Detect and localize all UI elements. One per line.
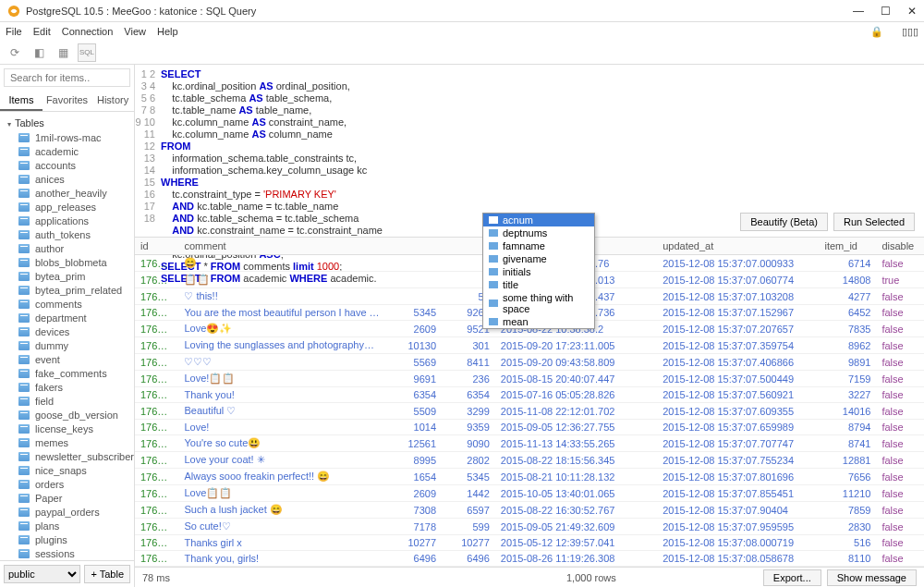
- tree-item-auth_tokens[interactable]: auth_tokens: [0, 227, 134, 241]
- tree-item-plans[interactable]: plans: [0, 519, 134, 532]
- menu-edit[interactable]: Edit: [33, 26, 51, 37]
- tree-item-academic[interactable]: academic: [0, 144, 134, 158]
- tree-item-comments[interactable]: comments: [0, 297, 134, 311]
- tree-item-paypal_orders[interactable]: paypal_orders: [0, 505, 134, 519]
- cell: 10130: [388, 337, 442, 354]
- autocomplete-item[interactable]: initials: [483, 265, 594, 278]
- cell: 6597: [442, 502, 495, 519]
- table-row[interactable]: 176034Thanks girl x10277102772015-05-12 …: [135, 535, 924, 551]
- cell: 2015-12-08 15:37:07.959595: [657, 519, 819, 535]
- tree-item-newsletter_subscribers[interactable]: newsletter_subscribers: [0, 449, 134, 463]
- schema-select[interactable]: public: [4, 565, 80, 583]
- tree-item-app_releases[interactable]: app_releases: [0, 200, 134, 214]
- tree-item-sessions[interactable]: sessions: [0, 546, 134, 560]
- tree-item-applications[interactable]: applications: [0, 214, 134, 227]
- cell: 8995: [388, 452, 442, 469]
- tree-item-bytea_prim_related[interactable]: bytea_prim_related: [0, 283, 134, 297]
- table-row[interactable]: 176030Always sooo freakin perfect!! 😄165…: [135, 469, 924, 485]
- tree-item-another_heavily[interactable]: another_heavily: [0, 186, 134, 200]
- tree-item-author[interactable]: author: [0, 241, 134, 255]
- show-message-button[interactable]: Show message: [827, 569, 917, 586]
- tool-db[interactable]: ◧: [30, 43, 48, 62]
- autocomplete-item[interactable]: deptnums: [483, 226, 594, 239]
- table-icon: [18, 438, 30, 447]
- table-row[interactable]: 176024Love!📋📋96912362015-08-15 20:40:07.…: [135, 371, 924, 387]
- tree-item-Paper[interactable]: Paper: [0, 491, 134, 505]
- tree-item-plugins[interactable]: plugins: [0, 532, 134, 546]
- sidebar: Items Favorites History Tables 1mil-rows…: [0, 65, 135, 587]
- tree-item-field[interactable]: field: [0, 394, 134, 408]
- tree-item-event[interactable]: event: [0, 352, 134, 366]
- autocomplete-item[interactable]: mean: [483, 315, 594, 328]
- table-row[interactable]: 176028You're so cute😃1256190902015-11-13…: [135, 435, 924, 452]
- tree-item-orders[interactable]: orders: [0, 477, 134, 491]
- maximize-button[interactable]: ☐: [881, 5, 891, 18]
- autocomplete-item[interactable]: some thing with space: [483, 291, 594, 315]
- table-row[interactable]: 176025Thank you!635463542015-07-16 05:05…: [135, 387, 924, 403]
- tree-item-goose_db_version[interactable]: goose_db_version: [0, 408, 134, 422]
- cell: 5345: [442, 469, 495, 485]
- column-header[interactable]: id: [135, 238, 178, 255]
- column-header[interactable]: [388, 238, 442, 255]
- cell: false: [876, 452, 924, 469]
- autocomplete-item[interactable]: title: [483, 278, 594, 291]
- minimize-button[interactable]: —: [853, 5, 864, 18]
- tree-item-bytea_prim[interactable]: bytea_prim: [0, 269, 134, 283]
- menu-help[interactable]: Help: [157, 26, 178, 37]
- column-icon: [489, 281, 498, 288]
- tool-grid[interactable]: ▦: [54, 43, 72, 62]
- beautify-button[interactable]: Beautify (Beta): [740, 213, 828, 231]
- table-row[interactable]: 176027Love!101493592015-09-05 12:36:27.7…: [135, 420, 924, 435]
- tree-group-tables[interactable]: Tables: [0, 116, 134, 130]
- tree-item-fake_comments[interactable]: fake_comments: [0, 366, 134, 380]
- autocomplete-item[interactable]: givename: [483, 252, 594, 265]
- menu-view[interactable]: View: [124, 26, 146, 37]
- column-header[interactable]: updated_at: [657, 238, 819, 255]
- close-button[interactable]: ✕: [907, 5, 917, 18]
- table-row[interactable]: 176022Loving the sunglasses and photogra…: [135, 337, 924, 354]
- cell: false: [876, 435, 924, 452]
- table-row[interactable]: 176023♡♡♡556984112015-09-20 09:43:58.809…: [135, 354, 924, 371]
- tab-items[interactable]: Items: [0, 91, 43, 111]
- tree-item-license_keys[interactable]: license_keys: [0, 422, 134, 435]
- table-icon: [18, 383, 30, 392]
- tree-item-department[interactable]: department: [0, 311, 134, 324]
- tab-favorites[interactable]: Favorites: [43, 91, 91, 111]
- tree-item-label: plugins: [35, 534, 67, 545]
- tree-item-nice_snaps[interactable]: nice_snaps: [0, 463, 134, 477]
- run-selected-button[interactable]: Run Selected: [833, 213, 915, 231]
- tree-item-accounts[interactable]: accounts: [0, 158, 134, 172]
- tab-history[interactable]: History: [91, 91, 134, 111]
- tree-item-blobs_blobmeta[interactable]: blobs_blobmeta: [0, 255, 134, 269]
- cell: 2015-10-05 13:40:01.065: [495, 485, 657, 502]
- add-table-button[interactable]: + Table: [84, 565, 130, 583]
- menu-file[interactable]: File: [6, 26, 22, 37]
- table-row[interactable]: 176032Such a lush jacket 😄730865972015-0…: [135, 502, 924, 519]
- tree-item-anices[interactable]: anices: [0, 172, 134, 186]
- search-input[interactable]: [4, 68, 130, 87]
- table-row[interactable]: 176035Thank you, girls!649664962015-08-2…: [135, 551, 924, 567]
- table-row[interactable]: 176026Beautiful ♡550932992015-11-08 22:1…: [135, 403, 924, 420]
- table-row[interactable]: 176029Love your coat! ✳899528022015-08-2…: [135, 452, 924, 469]
- tree-item-devices[interactable]: devices: [0, 324, 134, 338]
- tool-sql[interactable]: SQL: [78, 43, 96, 62]
- tree-item-fakers[interactable]: fakers: [0, 380, 134, 394]
- table-row[interactable]: 176031Love📋📋260914422015-10-05 13:40:01.…: [135, 485, 924, 502]
- tree-item-dummy[interactable]: dummy: [0, 338, 134, 352]
- column-header[interactable]: comment: [178, 238, 388, 255]
- tree-item-1mil-rows-mac[interactable]: 1mil-rows-mac: [0, 130, 134, 144]
- autocomplete-label: initials: [503, 266, 531, 277]
- tree-item-memes[interactable]: memes: [0, 435, 134, 449]
- cell: 2015-12-08 15:37:07.207657: [657, 321, 819, 337]
- column-header[interactable]: item_id: [820, 238, 877, 255]
- autocomplete-item[interactable]: acnum: [483, 214, 594, 226]
- table-row[interactable]: 176033So cute!♡71785992015-09-05 21:49:3…: [135, 519, 924, 535]
- autocomplete-item[interactable]: famname: [483, 239, 594, 252]
- column-header[interactable]: disable: [876, 238, 924, 255]
- cell: 8794: [820, 420, 877, 435]
- table-icon: [18, 341, 30, 350]
- tool-refresh[interactable]: ⟳: [6, 43, 24, 62]
- sql-editor[interactable]: 1 2 3 4 5 6 7 8 9 10 11 12 13 14 15 16 1…: [135, 65, 924, 213]
- export-button[interactable]: Export...: [763, 569, 821, 586]
- menu-connection[interactable]: Connection: [62, 26, 114, 37]
